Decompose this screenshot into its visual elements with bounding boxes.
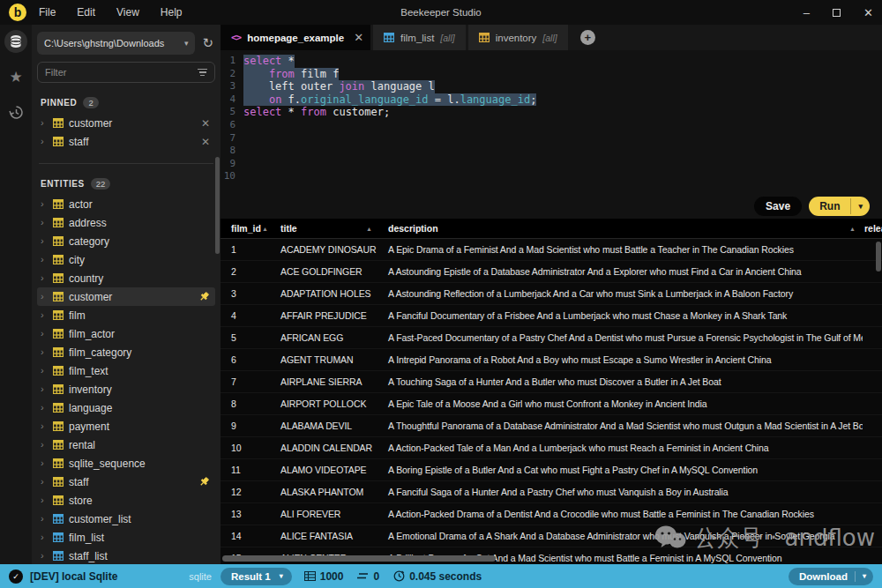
cell-film-id[interactable]: 3 xyxy=(220,288,275,299)
tab-close-icon[interactable]: ✕ xyxy=(354,31,363,44)
menu-view[interactable]: View xyxy=(116,6,139,19)
cell-description[interactable]: A Action-Packed Drama of a Dentist And a… xyxy=(379,509,863,519)
sort-ascending-icon[interactable]: ▲ xyxy=(849,226,863,232)
sidebar-item-customer_list[interactable]: ›customer_list xyxy=(37,510,215,528)
cell-title[interactable]: ALADDIN CALENDAR xyxy=(275,443,379,453)
minimize-button[interactable]: – xyxy=(804,7,810,19)
sidebar-item-language[interactable]: ›language xyxy=(37,398,215,417)
refresh-button[interactable]: ↻ xyxy=(200,35,215,51)
chevron-right-icon[interactable]: › xyxy=(41,347,48,357)
cell-film-id[interactable]: 6 xyxy=(220,354,275,365)
sidebar-item-inventory[interactable]: ›inventory xyxy=(37,380,215,398)
tab-film_list[interactable]: film_list[all] xyxy=(373,25,466,50)
chevron-right-icon[interactable]: › xyxy=(41,532,48,542)
chevron-right-icon[interactable]: › xyxy=(41,218,48,227)
cell-description[interactable]: A Epic Drama of a Feminist And a Mad Sci… xyxy=(379,244,863,255)
column-header-release_year[interactable]: release_year xyxy=(863,219,882,238)
editor-line-5[interactable]: 5select * from customer; xyxy=(220,106,882,119)
cell-film-id[interactable]: 8 xyxy=(220,398,275,409)
new-tab-button[interactable]: + xyxy=(580,30,595,45)
tab-homepage_example[interactable]: <>homepage_example✕ xyxy=(220,25,370,50)
table-row[interactable]: 5AFRICAN EGGA Fast-Paced Documentary of … xyxy=(220,327,882,349)
cell-title[interactable]: ADAPTATION HOLES xyxy=(275,288,379,299)
results-horizontal-scrollbar[interactable] xyxy=(222,555,496,562)
cell-description[interactable]: A Epic Tale of a Moose And a Girl who mu… xyxy=(379,398,863,409)
cell-film-id[interactable]: 11 xyxy=(220,465,275,475)
sidebar-item-rental[interactable]: ›rental xyxy=(37,435,215,454)
sidebar-item-category[interactable]: ›category xyxy=(37,232,215,250)
editor-line-9[interactable]: 9 xyxy=(220,158,882,171)
cell-title[interactable]: AFRICAN EGG xyxy=(275,332,379,343)
history-tab-icon[interactable] xyxy=(4,100,27,123)
sidebar-item-film_list[interactable]: ›film_list xyxy=(37,528,215,547)
chevron-right-icon[interactable]: › xyxy=(41,199,48,209)
cell-description[interactable]: A Fanciful Documentary of a Frisbee And … xyxy=(379,310,863,321)
chevron-right-icon[interactable]: › xyxy=(41,255,48,264)
table-row[interactable]: 10ALADDIN CALENDARA Action-Packed Tale o… xyxy=(220,437,882,459)
table-row[interactable]: 4AFFAIR PREJUDICEA Fanciful Documentary … xyxy=(220,305,882,327)
menu-help[interactable]: Help xyxy=(161,6,183,19)
maximize-button[interactable] xyxy=(833,9,841,17)
run-dropdown-icon[interactable]: ▾ xyxy=(850,198,870,214)
chevron-right-icon[interactable]: › xyxy=(41,421,48,431)
database-selector[interactable]: C:\Users\ghstng\Downloads ▾ xyxy=(37,32,195,55)
column-header-film_id[interactable]: film_id▲ xyxy=(220,219,275,238)
table-row[interactable]: 3ADAPTATION HOLESA Astounding Reflection… xyxy=(220,283,882,305)
cell-title[interactable]: AIRPORT POLLOCK xyxy=(275,398,379,409)
chevron-right-icon[interactable]: › xyxy=(41,440,48,450)
menu-file[interactable]: File xyxy=(39,6,56,19)
cell-title[interactable]: ALASKA PHANTOM xyxy=(275,487,379,497)
table-row[interactable]: 9ALABAMA DEVILA Thoughtful Panorama of a… xyxy=(220,415,882,437)
sidebar-item-film_text[interactable]: ›film_text xyxy=(37,361,215,380)
chevron-right-icon[interactable]: › xyxy=(41,403,48,413)
cell-film-id[interactable]: 10 xyxy=(220,443,275,453)
cell-title[interactable]: ALABAMA DEVIL xyxy=(275,421,379,431)
editor-line-8[interactable]: 8 xyxy=(220,145,882,158)
sidebar-item-staff[interactable]: ›staff✕ xyxy=(37,132,215,151)
editor-line-1[interactable]: 1select * xyxy=(220,55,882,68)
cell-film-id[interactable]: 5 xyxy=(220,332,275,343)
cell-description[interactable]: A Thoughtful Panorama of a Database Admi… xyxy=(379,421,863,431)
sort-ascending-icon[interactable]: ▲ xyxy=(262,226,275,232)
table-row[interactable]: 8AIRPORT POLLOCKA Epic Tale of a Moose A… xyxy=(220,393,882,415)
favorites-tab-icon[interactable]: ★ xyxy=(4,65,27,88)
column-header-title[interactable]: title▲ xyxy=(275,219,379,238)
cell-description[interactable]: A Astounding Epistle of a Database Admin… xyxy=(379,266,863,277)
chevron-right-icon[interactable]: › xyxy=(41,310,48,320)
editor-line-2[interactable]: 2 from film f xyxy=(220,68,882,81)
cell-film-id[interactable]: 14 xyxy=(220,531,275,541)
table-row[interactable]: 7AIRPLANE SIERRAA Touching Saga of a Hun… xyxy=(220,371,882,393)
sort-ascending-icon[interactable]: ▲ xyxy=(366,226,379,232)
sidebar-item-staff[interactable]: ›staff xyxy=(37,473,215,491)
download-button[interactable]: Download ▾ xyxy=(789,568,873,585)
sidebar-item-film_category[interactable]: ›film_category xyxy=(37,343,215,361)
cell-film-id[interactable]: 1 xyxy=(220,244,275,255)
cell-description[interactable]: A Boring Epistle of a Butler And a Cat w… xyxy=(379,465,863,475)
sidebar-item-address[interactable]: ›address xyxy=(37,213,215,232)
cell-title[interactable]: ACADEMY DINOSAUR xyxy=(275,244,379,255)
editor-line-4[interactable]: 4 on f.original_language_id = l.language… xyxy=(220,93,882,107)
editor-line-6[interactable]: 6 xyxy=(220,119,882,132)
chevron-right-icon[interactable]: › xyxy=(41,236,48,246)
sidebar-item-store[interactable]: ›store xyxy=(37,491,215,510)
table-row[interactable]: 6AGENT TRUMANA Intrepid Panorama of a Ro… xyxy=(220,349,882,371)
editor-line-10[interactable]: 10 xyxy=(220,170,882,183)
cell-title[interactable]: ALI FOREVER xyxy=(275,509,379,519)
column-header-description[interactable]: description▲ xyxy=(379,219,863,238)
database-tab-icon[interactable] xyxy=(4,30,27,53)
cell-film-id[interactable]: 13 xyxy=(220,509,275,519)
save-button[interactable]: Save xyxy=(754,197,802,216)
cell-description[interactable]: A Touching Saga of a Hunter And a Butler… xyxy=(379,376,863,387)
table-row[interactable]: 2ACE GOLDFINGERA Astounding Epistle of a… xyxy=(220,261,882,283)
run-label[interactable]: Run xyxy=(809,197,850,216)
cell-title[interactable]: ACE GOLDFINGER xyxy=(275,266,379,277)
cell-title[interactable]: ALICE FANTASIA xyxy=(275,531,379,541)
tab-inventory[interactable]: inventory[all] xyxy=(468,25,568,50)
chevron-right-icon[interactable]: › xyxy=(41,366,48,376)
table-row[interactable]: 1ACADEMY DINOSAURA Epic Drama of a Femin… xyxy=(220,239,882,261)
cell-film-id[interactable]: 9 xyxy=(220,421,275,431)
run-button[interactable]: Run ▾ xyxy=(809,197,870,216)
chevron-right-icon[interactable]: › xyxy=(41,137,48,146)
chevron-right-icon[interactable]: › xyxy=(41,384,48,394)
result-selector[interactable]: Result 1 ▾ xyxy=(220,568,292,585)
